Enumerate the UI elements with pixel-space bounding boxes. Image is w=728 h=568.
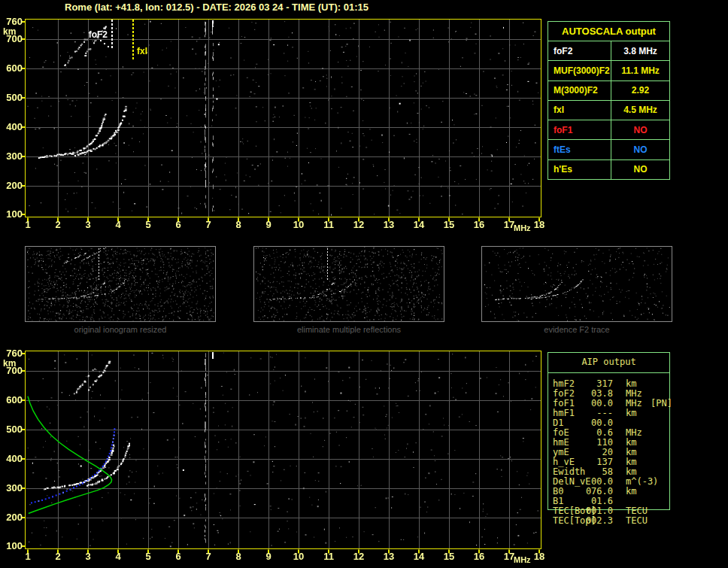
- panel-caption: original ionogram resized: [25, 325, 216, 334]
- autoscala-row-label: M(3000)F2: [548, 81, 611, 100]
- panel-caption: eliminate multiple reflections: [253, 325, 444, 334]
- y-tick-label: 600: [0, 63, 23, 74]
- y-tick-label: 200: [0, 181, 23, 191]
- x-tick-label: 15: [438, 220, 460, 230]
- y-axis-unit-km: km: [3, 359, 16, 369]
- x-tick-label: 14: [408, 551, 430, 562]
- x-tick-label: 7: [197, 551, 220, 562]
- x-tick-label: 13: [378, 551, 400, 562]
- x-tick-label: 11: [317, 220, 340, 230]
- x-tick-label: 4: [107, 551, 129, 562]
- x-tick-label: 12: [347, 220, 370, 230]
- page-title: Rome (lat: +41.8, lon: 012.5) - DATE: 20…: [65, 2, 369, 13]
- aip-note: [PN]: [651, 399, 672, 409]
- autoscala-row-value: NO: [611, 160, 669, 179]
- x-tick-label: 3: [77, 551, 99, 562]
- x-tick-label: 8: [227, 220, 250, 230]
- aip-row: TEC[Top]002.3TECU: [548, 516, 669, 526]
- x-tick-label: 5: [137, 220, 159, 230]
- autoscala-table: AUTOSCALA output foF23.8 MHzMUF(3000)F21…: [548, 21, 670, 180]
- x-tick-label: 6: [167, 220, 190, 230]
- x-tick-label: 1: [17, 551, 39, 562]
- x-tick-label: 18: [528, 551, 551, 562]
- y-tick-label: 300: [0, 151, 23, 162]
- autoscala-row: MUF(3000)F211.1 MHz: [548, 60, 669, 80]
- ionogram-profile-plot: [20, 351, 541, 555]
- y-axis-unit-km: km: [3, 27, 16, 37]
- autoscala-row: M(3000)F22.92: [548, 80, 669, 100]
- y-tick-label: 600: [0, 395, 23, 405]
- aip-val: 002.3: [568, 516, 613, 526]
- autoscala-row-value: 2.92: [611, 81, 669, 100]
- autoscala-table-header: AUTOSCALA output: [548, 22, 669, 41]
- x-tick-label: 7: [197, 220, 220, 230]
- y-tick-label: 300: [0, 483, 23, 494]
- autoscala-row-label: foF2: [548, 41, 611, 60]
- x-tick-label: 10: [287, 551, 310, 562]
- x-tick-label: 9: [257, 220, 280, 230]
- autoscala-row: h'EsNO: [548, 159, 669, 179]
- aip-table: AIP output hmF2317kmfoF203.8MHzfoF100.0M…: [548, 352, 670, 510]
- panel-eliminate-reflections: [253, 246, 444, 322]
- x-tick-label: 16: [468, 551, 490, 562]
- x-tick-label: 8: [227, 551, 250, 562]
- autoscala-row: foF1NO: [548, 120, 669, 139]
- aip-unit: km: [626, 409, 636, 418]
- x-tick-label: 5: [137, 551, 159, 562]
- panel-evidence-f2-trace: [481, 246, 672, 322]
- autoscala-row-label: h'Es: [548, 160, 611, 179]
- autoscala-row-value: 4.5 MHz: [611, 101, 669, 120]
- x-axis-unit-mhz: MHz: [514, 555, 531, 564]
- y-tick-label: 100: [0, 209, 23, 220]
- y-tick-label: 500: [0, 93, 23, 103]
- autoscala-row-value: 11.1 MHz: [611, 61, 669, 80]
- y-tick-label: 760: [0, 348, 23, 359]
- y-tick-label: 400: [0, 122, 23, 132]
- aip-unit: km: [626, 487, 636, 497]
- x-tick-label: 13: [378, 220, 400, 230]
- x-tick-label: 2: [47, 220, 69, 230]
- aip-table-separator: [548, 372, 669, 373]
- autoscala-row: foF23.8 MHz: [548, 41, 669, 60]
- aip-unit: TECU: [626, 516, 648, 526]
- autoscala-row-label: fxI: [548, 101, 611, 120]
- panel-original-ionogram: [25, 246, 216, 322]
- x-tick-label: 16: [468, 220, 490, 230]
- y-tick-label: 760: [0, 17, 23, 27]
- x-tick-label: 12: [347, 551, 370, 562]
- autoscala-row-label: ftEs: [548, 140, 611, 159]
- autoscala-row: fxI4.5 MHz: [548, 100, 669, 120]
- ionogram-main-plot: [20, 19, 541, 223]
- y-tick-label: 200: [0, 512, 23, 523]
- x-tick-label: 18: [528, 220, 551, 230]
- x-axis-unit-mhz: MHz: [514, 223, 531, 232]
- y-tick-label: 100: [0, 541, 23, 551]
- y-tick-label: 400: [0, 454, 23, 464]
- autoscala-row-value: 3.8 MHz: [611, 41, 669, 60]
- autoscala-row-label: foF1: [548, 120, 611, 139]
- x-tick-label: 9: [257, 551, 280, 562]
- x-tick-label: 3: [77, 220, 99, 230]
- x-tick-label: 14: [408, 220, 430, 230]
- aip-table-header: AIP output: [548, 357, 669, 367]
- autoscala-row-value: NO: [611, 140, 669, 159]
- x-tick-label: 2: [47, 551, 69, 562]
- x-tick-label: 4: [107, 220, 129, 230]
- x-tick-label: 10: [287, 220, 310, 230]
- autoscala-row: ftEsNO: [548, 139, 669, 159]
- autoscala-row-label: MUF(3000)F2: [548, 61, 611, 80]
- x-tick-label: 6: [167, 551, 190, 562]
- y-tick-label: 500: [0, 424, 23, 435]
- x-tick-label: 1: [17, 220, 39, 230]
- x-tick-label: 15: [438, 551, 460, 562]
- autoscala-screen: Rome (lat: +41.8, lon: 012.5) - DATE: 20…: [0, 0, 728, 568]
- x-tick-label: 11: [317, 551, 340, 562]
- autoscala-row-value: NO: [611, 120, 669, 139]
- panel-caption: evidence F2 trace: [481, 325, 672, 334]
